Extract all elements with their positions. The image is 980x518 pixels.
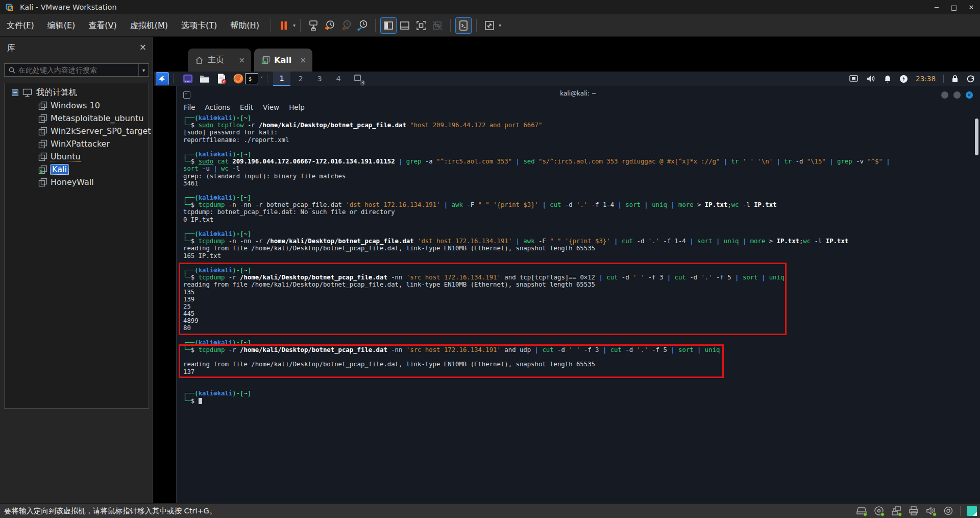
- menu-help[interactable]: 帮助(H): [224, 14, 266, 37]
- printer-icon[interactable]: [908, 505, 919, 516]
- webcam-icon[interactable]: [943, 505, 954, 516]
- session-logout-icon[interactable]: [966, 75, 975, 83]
- terminal-menu-edit[interactable]: Edit: [240, 103, 253, 111]
- terminal-menu-help[interactable]: Help: [289, 103, 305, 111]
- network-icon[interactable]: [849, 75, 859, 83]
- notification-bell-icon[interactable]: [884, 75, 892, 83]
- text-editor-button[interactable]: [215, 72, 228, 85]
- tab-close-icon[interactable]: ×: [238, 56, 245, 65]
- menu-edit[interactable]: 编辑(E): [41, 14, 82, 37]
- manage-snapshots-button[interactable]: [354, 17, 371, 34]
- library-panel-toggle[interactable]: [380, 17, 397, 34]
- revert-snapshot-button[interactable]: [338, 17, 354, 34]
- kali-menu-button[interactable]: [156, 72, 169, 85]
- console-view-toggle[interactable]: [455, 17, 472, 34]
- terminal-line: reading from file /home/kali/Desktop/bot…: [183, 281, 975, 288]
- pause-caret-icon[interactable]: ▾: [293, 22, 296, 28]
- sidebar-item-win2kserver-sp0-target[interactable]: Win2kServer_SP0_target: [5, 125, 149, 137]
- unity-mode-toggle[interactable]: [429, 17, 446, 34]
- search-dropdown-icon[interactable]: ▾: [138, 64, 149, 76]
- terminal-line: 165 IP.txt: [183, 252, 975, 260]
- terminal-line: 135: [183, 289, 975, 296]
- search-input[interactable]: [15, 66, 138, 74]
- panel-status-area: 23:38: [849, 75, 980, 83]
- terminal-menu-actions[interactable]: Actions: [205, 103, 230, 111]
- send-to-vm-icon: [307, 19, 320, 32]
- library-close-icon[interactable]: ×: [139, 42, 146, 52]
- menu-view[interactable]: 查看(V): [82, 14, 123, 37]
- terminal-line: ┌──(kali⊛kali)-[~]: [183, 267, 975, 274]
- library-search: ▾: [4, 63, 149, 77]
- sound-icon[interactable]: [925, 505, 937, 516]
- terminal-window[interactable]: kali@kali: ~ × FileActionsEditViewHelp ┌…: [176, 86, 980, 503]
- terminal-scrollbar[interactable]: [975, 119, 978, 155]
- menu-items: 文件(F)编辑(E)查看(V)虚拟机(M)选项卡(T)帮助(H): [0, 14, 266, 37]
- tab-close-icon[interactable]: ×: [300, 56, 306, 65]
- stretch-view-button[interactable]: [481, 17, 498, 34]
- stretch-caret-icon[interactable]: ▾: [499, 22, 501, 28]
- file-manager-button[interactable]: [198, 72, 211, 85]
- terminal-output[interactable]: ┌──(kali⊛kali)-[~]└─$ sudo tcpflow -r /h…: [183, 114, 975, 405]
- status-separator: [960, 506, 961, 516]
- tab-kali[interactable]: Kali ×: [254, 49, 312, 72]
- thumbnail-bar-toggle[interactable]: [397, 17, 413, 34]
- terminal-dropdown-icon[interactable]: ˅: [260, 76, 263, 82]
- vm-tab-icon: [261, 56, 270, 64]
- root-label: 我的计算机: [36, 87, 77, 98]
- vm-name: Kali: [51, 164, 68, 174]
- maximize-button[interactable]: □: [945, 0, 963, 14]
- terminal-minimize-button[interactable]: [941, 91, 948, 99]
- tab-home[interactable]: 主页 ×: [188, 49, 251, 72]
- tab-label: 主页: [208, 55, 224, 65]
- terminal-line: reading from file /home/kali/Desktop/bot…: [183, 245, 975, 252]
- minimize-button[interactable]: ─: [928, 0, 945, 14]
- workspace-3[interactable]: 3: [311, 72, 328, 86]
- terminal-line: ┌──(kali⊛kali)-[~]: [183, 230, 975, 238]
- panel-clock[interactable]: 23:38: [916, 75, 936, 83]
- vm-name: Metasploitable_ubuntu: [51, 113, 143, 123]
- terminal-line: ┌──(kali⊛kali)-[~]: [183, 194, 975, 201]
- terminal-line: ┌──(kali⊛kali)-[~]: [183, 151, 975, 158]
- sidebar-item-metasploitable-ubuntu[interactable]: Metasploitable_ubuntu: [5, 112, 149, 125]
- menu-vm[interactable]: 虚拟机(M): [124, 14, 175, 37]
- hard-disk-icon[interactable]: [856, 505, 867, 516]
- volume-icon[interactable]: [866, 75, 876, 83]
- toolbar-separator: [271, 19, 271, 32]
- network-adapter-icon[interactable]: [891, 505, 902, 516]
- sidebar-item-kali[interactable]: Kali: [5, 163, 149, 176]
- send-ctrl-alt-del-button[interactable]: [305, 17, 322, 34]
- menu-tabs[interactable]: 选项卡(T): [175, 14, 224, 37]
- workspace-1[interactable]: 1: [273, 72, 290, 86]
- pause-button[interactable]: [276, 17, 292, 34]
- show-desktop-button[interactable]: [181, 72, 194, 85]
- sidebar-item-winxpattacker[interactable]: WinXPattacker: [5, 137, 149, 150]
- terminal-launcher-button[interactable]: $_: [245, 73, 258, 84]
- tab-label: Kali: [274, 55, 291, 65]
- workspace-4[interactable]: 4: [330, 72, 347, 86]
- sidebar-item-windows-10[interactable]: Windows 10: [5, 99, 149, 112]
- take-snapshot-button[interactable]: [322, 17, 338, 34]
- tree-root-my-computer[interactable]: − 我的计算机: [5, 86, 149, 99]
- toolbar-separator: [476, 19, 477, 32]
- menu-file[interactable]: 文件(F): [0, 14, 41, 37]
- notification-icon[interactable]: [967, 506, 977, 516]
- terminal-maximize-button[interactable]: [953, 91, 961, 99]
- terminal-menu-file[interactable]: File: [184, 103, 195, 111]
- power-manager-icon[interactable]: [899, 75, 908, 83]
- workspace-2[interactable]: 2: [292, 72, 309, 86]
- terminal-menu-view[interactable]: View: [263, 103, 279, 111]
- snapshot-manager-icon: [356, 19, 369, 32]
- firefox-button[interactable]: [232, 72, 245, 85]
- lock-icon[interactable]: [951, 75, 959, 83]
- vm-icon: [38, 178, 47, 187]
- window-buttons-indicator[interactable]: 3: [352, 73, 364, 85]
- terminal-line: [183, 375, 975, 383]
- sidebar-item-honeywall[interactable]: HoneyWall: [5, 176, 149, 189]
- sidebar-item-ubuntu[interactable]: Ubuntu: [5, 150, 149, 163]
- fullscreen-toggle[interactable]: [413, 17, 429, 34]
- terminal-close-button[interactable]: ×: [966, 91, 973, 99]
- close-button[interactable]: ✕: [963, 0, 980, 14]
- cdrom-icon[interactable]: [873, 505, 885, 516]
- terminal-line: 4899: [183, 317, 975, 324]
- collapse-icon[interactable]: −: [12, 89, 18, 96]
